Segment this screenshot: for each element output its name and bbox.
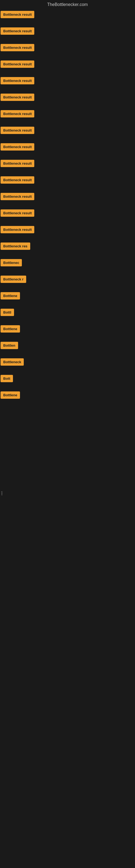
small-label: next: [1, 491, 3, 495]
bottleneck-badge[interactable]: Bottleneck result: [1, 176, 34, 184]
row-spacer-3: [1, 55, 134, 60]
row-spacer-19: [1, 319, 134, 325]
bottleneck-badge[interactable]: Bottleneck res: [1, 243, 30, 250]
bottleneck-item-18: Bottlene: [1, 291, 134, 301]
row-spacer-18: [1, 303, 134, 308]
bottleneck-item-23: Bott: [1, 374, 134, 384]
bottleneck-badge[interactable]: Bottlene: [1, 392, 20, 399]
bottleneck-badge[interactable]: Bottleneck result: [1, 127, 34, 134]
bottleneck-badge[interactable]: Bottlenec: [1, 259, 22, 267]
bottleneck-badge[interactable]: Bottleneck result: [1, 110, 34, 118]
bottleneck-item-10: Bottleneck result: [1, 159, 134, 169]
row-spacer-5: [1, 88, 134, 93]
row-spacer-23: [1, 385, 134, 391]
bottleneck-badge[interactable]: Bottleneck result: [1, 77, 34, 84]
bottleneck-item-9: Bottleneck result: [1, 143, 134, 152]
bottleneck-badge[interactable]: Bottleneck result: [1, 160, 34, 167]
bottleneck-item-16: Bottlenec: [1, 258, 134, 268]
bottleneck-item-14: Bottleneck result: [1, 225, 134, 235]
items-container: Bottleneck resultBottleneck resultBottle…: [0, 9, 135, 408]
bottleneck-badge[interactable]: Bottleneck result: [1, 94, 34, 101]
bottleneck-item-24: Bottlene: [1, 391, 134, 400]
site-title: TheBottlenecker.com: [0, 0, 135, 9]
row-spacer-10: [1, 170, 134, 176]
bottleneck-badge[interactable]: Bottleneck result: [1, 226, 34, 233]
bottleneck-badge[interactable]: Bottlene: [1, 325, 20, 333]
bottleneck-badge[interactable]: Bottleneck result: [1, 209, 34, 217]
bottleneck-item-7: Bottleneck result: [1, 110, 134, 119]
bottleneck-badge[interactable]: Bottleneck r: [1, 276, 26, 283]
bottleneck-item-13: Bottleneck result: [1, 209, 134, 218]
row-spacer-21: [1, 352, 134, 358]
bottleneck-badge[interactable]: Bottleneck: [1, 358, 24, 366]
row-spacer-9: [1, 154, 134, 159]
bottleneck-item-21: Bottlen: [1, 341, 134, 351]
bottleneck-item-20: Bottlene: [1, 325, 134, 334]
row-spacer-11: [1, 187, 134, 192]
row-spacer-12: [1, 204, 134, 209]
row-spacer-22: [1, 369, 134, 374]
bottleneck-item-6: Bottleneck result: [1, 93, 134, 102]
bottleneck-badge[interactable]: Bottlene: [1, 292, 20, 300]
bottleneck-item-17: Bottleneck r: [1, 275, 134, 284]
bottleneck-badge[interactable]: Bottleneck result: [1, 193, 34, 200]
row-spacer-14: [1, 237, 134, 242]
bottleneck-badge[interactable]: Bottlen: [1, 342, 18, 349]
bottleneck-item-19: Bottl: [1, 308, 134, 318]
bottleneck-badge[interactable]: Bott: [1, 375, 13, 382]
bottleneck-item-1: Bottleneck result: [1, 10, 134, 20]
bottleneck-item-11: Bottleneck result: [1, 176, 134, 185]
bottleneck-badge[interactable]: Bottl: [1, 309, 14, 316]
bottom-section: next: [0, 420, 135, 582]
row-spacer-7: [1, 121, 134, 126]
row-spacer-4: [1, 71, 134, 76]
bottleneck-badge[interactable]: Bottleneck result: [1, 27, 34, 35]
bottleneck-item-4: Bottleneck result: [1, 60, 134, 69]
row-spacer-20: [1, 336, 134, 341]
bottleneck-item-5: Bottleneck result: [1, 76, 134, 86]
bottleneck-badge[interactable]: Bottleneck result: [1, 143, 34, 151]
bottleneck-item-2: Bottleneck result: [1, 27, 134, 36]
row-spacer-16: [1, 270, 134, 275]
row-spacer-24: [1, 402, 134, 407]
bottleneck-badge[interactable]: Bottleneck result: [1, 44, 34, 51]
bottleneck-item-22: Bottleneck: [1, 358, 134, 367]
row-spacer-6: [1, 104, 134, 110]
bottleneck-item-12: Bottleneck result: [1, 192, 134, 202]
bottleneck-item-8: Bottleneck result: [1, 126, 134, 135]
row-spacer-17: [1, 286, 134, 291]
bottleneck-badge[interactable]: Bottleneck result: [1, 61, 34, 68]
row-spacer-13: [1, 220, 134, 225]
bottleneck-badge[interactable]: Bottleneck result: [1, 11, 34, 18]
bottleneck-item-3: Bottleneck result: [1, 43, 134, 53]
bottleneck-item-15: Bottleneck res: [1, 242, 134, 251]
row-spacer-8: [1, 137, 134, 143]
row-spacer-1: [1, 22, 134, 27]
row-spacer-15: [1, 253, 134, 258]
row-spacer-2: [1, 38, 134, 43]
